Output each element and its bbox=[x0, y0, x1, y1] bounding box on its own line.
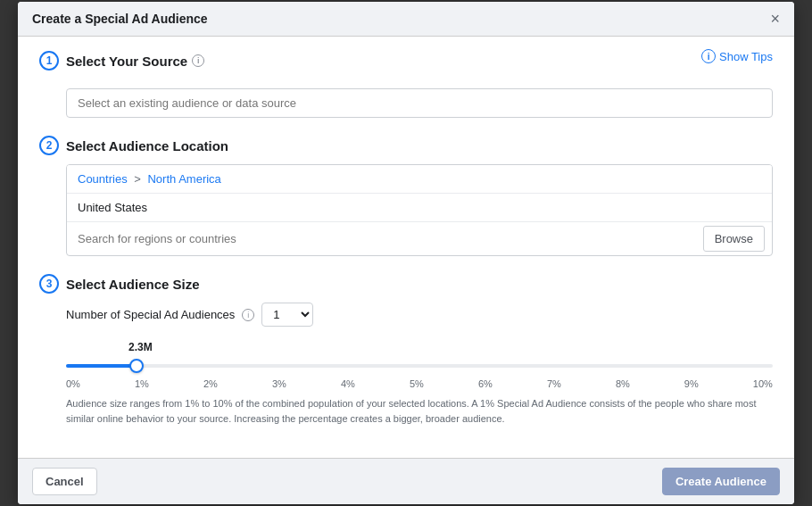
section2-header: 2 Select Audience Location bbox=[39, 136, 773, 155]
breadcrumb-separator: > bbox=[134, 172, 141, 186]
section2-title: Select Audience Location bbox=[66, 138, 228, 153]
section3-header: 3 Select Audience Size bbox=[39, 274, 773, 294]
tick-9: 9% bbox=[684, 378, 699, 389]
num-audiences-select[interactable]: 1 2 3 4 5 bbox=[261, 303, 313, 327]
location-search-input[interactable] bbox=[67, 225, 696, 253]
num-audiences-label: Number of Special Ad Audiences bbox=[66, 308, 235, 321]
tick-5: 5% bbox=[410, 378, 424, 389]
tick-1: 1% bbox=[135, 378, 149, 389]
modal-header: Create a Special Ad Audience × bbox=[18, 2, 794, 37]
breadcrumb-countries[interactable]: Countries bbox=[78, 172, 128, 186]
step2-circle: 2 bbox=[39, 136, 59, 155]
section3-size: 3 Select Audience Size Number of Special… bbox=[39, 274, 773, 426]
tick-4: 4% bbox=[341, 378, 355, 389]
cancel-button[interactable]: Cancel bbox=[32, 468, 97, 495]
slider-value-label: 2.3M bbox=[128, 341, 773, 353]
size-section-inner: Number of Special Ad Audiences i 1 2 3 4… bbox=[66, 303, 773, 426]
tick-0: 0% bbox=[66, 378, 80, 389]
slider-ticks: 0% 1% 2% 3% 4% 5% 6% 7% 8% 9% 10% bbox=[66, 378, 773, 389]
slider-background bbox=[66, 364, 773, 368]
location-breadcrumb: Countries > North America bbox=[67, 165, 772, 194]
location-search-row: Browse bbox=[67, 222, 772, 255]
slider-track bbox=[66, 357, 773, 375]
num-audiences-info-icon[interactable]: i bbox=[242, 309, 254, 321]
modal-title: Create a Special Ad Audience bbox=[32, 12, 208, 26]
section1-title: Select Your Source i bbox=[66, 54, 204, 69]
modal-overlay: Create a Special Ad Audience × 1 Select … bbox=[0, 0, 812, 506]
step1-info-icon[interactable]: i bbox=[192, 54, 204, 67]
tick-2: 2% bbox=[203, 378, 218, 389]
slider-description: Audience size ranges from 1% to 10% of t… bbox=[66, 396, 773, 426]
tick-7: 7% bbox=[547, 378, 561, 389]
section2-location: 2 Select Audience Location Countries > N… bbox=[39, 136, 773, 256]
num-audiences-row: Number of Special Ad Audiences i 1 2 3 4… bbox=[66, 303, 773, 327]
source-input[interactable] bbox=[66, 88, 773, 118]
slider-thumb[interactable] bbox=[129, 359, 144, 373]
tick-8: 8% bbox=[616, 378, 630, 389]
slider-active-fill bbox=[66, 364, 137, 368]
tick-3: 3% bbox=[272, 378, 286, 389]
location-box: Countries > North America United States … bbox=[66, 164, 773, 256]
slider-container: 2.3M 0% 1% 2% 3% 4% bbox=[66, 341, 773, 389]
show-tips-button[interactable]: i Show Tips bbox=[701, 49, 773, 63]
modal-footer: Cancel Create Audience bbox=[18, 458, 794, 504]
section1-header: 1 Select Your Source i bbox=[39, 51, 204, 71]
browse-button[interactable]: Browse bbox=[703, 226, 765, 252]
close-icon[interactable]: × bbox=[770, 11, 780, 27]
modal-body: 1 Select Your Source i i Show Tips bbox=[18, 37, 794, 458]
breadcrumb-region[interactable]: North America bbox=[147, 172, 220, 186]
step1-circle: 1 bbox=[39, 51, 59, 71]
tick-6: 6% bbox=[478, 378, 493, 389]
modal-dialog: Create a Special Ad Audience × 1 Select … bbox=[18, 2, 794, 504]
tips-info-circle: i bbox=[701, 49, 716, 63]
tick-10: 10% bbox=[753, 378, 773, 389]
section1-top-row: 1 Select Your Source i i Show Tips bbox=[39, 51, 773, 79]
section3-title: Select Audience Size bbox=[66, 277, 200, 292]
section1-source bbox=[39, 88, 773, 118]
step3-circle: 3 bbox=[39, 274, 59, 294]
location-item-us: United States bbox=[67, 194, 772, 222]
create-audience-button[interactable]: Create Audience bbox=[662, 468, 780, 495]
